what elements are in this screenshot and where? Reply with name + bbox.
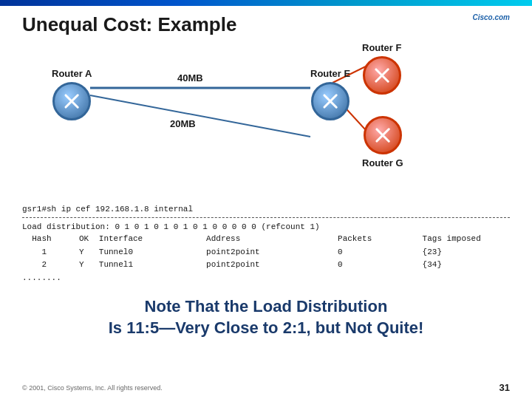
svg-line-1 xyxy=(90,95,310,137)
page-title: Unequal Cost: Example xyxy=(22,13,510,36)
note-line1: Note That the Load Distribution xyxy=(22,296,510,318)
router-a-label: Router A xyxy=(52,68,92,79)
footer: © 2001, Cisco Systems, Inc. All rights r… xyxy=(0,382,532,393)
router-f-icon xyxy=(363,56,401,95)
cell-tags-2: {34} xyxy=(400,259,510,272)
svg-text:20MB: 20MB xyxy=(170,118,196,129)
cell-hash-1: 1 xyxy=(22,246,79,259)
cell-packets-2: 0 xyxy=(293,259,400,272)
router-a-wrapper: Router A xyxy=(52,68,92,120)
svg-text:40MB: 40MB xyxy=(177,72,203,83)
router-e-wrapper: Router E xyxy=(310,68,350,120)
cell-address-2: point2point xyxy=(162,259,293,272)
cell-tags-1: {23} xyxy=(400,246,510,259)
router-f-cross xyxy=(370,64,394,87)
col-tags-header: Tags imposed xyxy=(400,233,510,246)
diagram-svg: 40MB 20MB xyxy=(22,42,510,197)
router-a-icon xyxy=(52,82,91,120)
cisco-logo: Cisco.com xyxy=(472,13,510,26)
load-dist-line: Load distribution: 0 1 0 1 0 1 0 1 0 1 0… xyxy=(22,221,510,233)
router-e-icon xyxy=(311,82,349,120)
table-row: 2 Y Tunnel1 point2point 0 {34} xyxy=(22,259,510,272)
cell-hash-2: 2 xyxy=(22,259,79,272)
router-g-icon xyxy=(364,116,402,154)
cell-ellipsis: ........ xyxy=(22,272,79,285)
cell-interface-1: Tunnel0 xyxy=(99,246,162,259)
cell-ok-2: Y xyxy=(79,259,99,272)
router-g-wrapper: Router G xyxy=(362,116,403,168)
table-header-row: Hash OK Interface Address Packets Tags i… xyxy=(22,233,510,246)
col-packets-header: Packets xyxy=(293,233,400,246)
col-address-header: Address xyxy=(162,233,293,246)
top-bar xyxy=(0,0,532,6)
router-g-label: Router G xyxy=(362,157,403,168)
page-content: Cisco.com Unequal Cost: Example 40MB 20M… xyxy=(0,6,532,347)
note-text: Note That the Load Distribution Is 11:5—… xyxy=(22,296,510,338)
router-e-label: Router E xyxy=(310,68,350,79)
col-interface-header: Interface xyxy=(99,233,162,246)
cell-packets-1: 0 xyxy=(293,246,400,259)
router-g-cross xyxy=(371,123,395,147)
router-a-cross xyxy=(60,89,83,113)
code-table: Hash OK Interface Address Packets Tags i… xyxy=(22,233,510,284)
note-line2: Is 11:5—Very Close to 2:1, but Not Quite… xyxy=(22,318,510,339)
cell-address-1: point2point xyxy=(162,246,293,259)
router-f-label: Router F xyxy=(362,42,401,53)
cisco-logo-text: Cisco.com xyxy=(472,13,510,21)
col-hash-header: Hash xyxy=(22,233,79,246)
cell-ok-1: Y xyxy=(79,246,99,259)
note-section: Note That the Load Distribution Is 11:5—… xyxy=(22,296,510,338)
table-row: 1 Y Tunnel0 point2point 0 {23} xyxy=(22,246,510,259)
col-ok-header: OK xyxy=(79,233,99,246)
diagram-area: 40MB 20MB Router F Router A Router E xyxy=(22,42,510,197)
table-row-ellipsis: ........ xyxy=(22,272,510,285)
router-e-cross xyxy=(318,89,342,113)
footer-page-number: 31 xyxy=(499,382,510,393)
footer-copyright: © 2001, Cisco Systems, Inc. All rights r… xyxy=(22,384,163,392)
command-line: gsr1#sh ip cef 192.168.1.8 internal xyxy=(22,203,510,216)
code-separator xyxy=(22,217,510,218)
code-section: gsr1#sh ip cef 192.168.1.8 internal Load… xyxy=(22,203,510,284)
router-f-wrapper: Router F xyxy=(362,42,401,95)
cell-interface-2: Tunnel1 xyxy=(99,259,162,272)
